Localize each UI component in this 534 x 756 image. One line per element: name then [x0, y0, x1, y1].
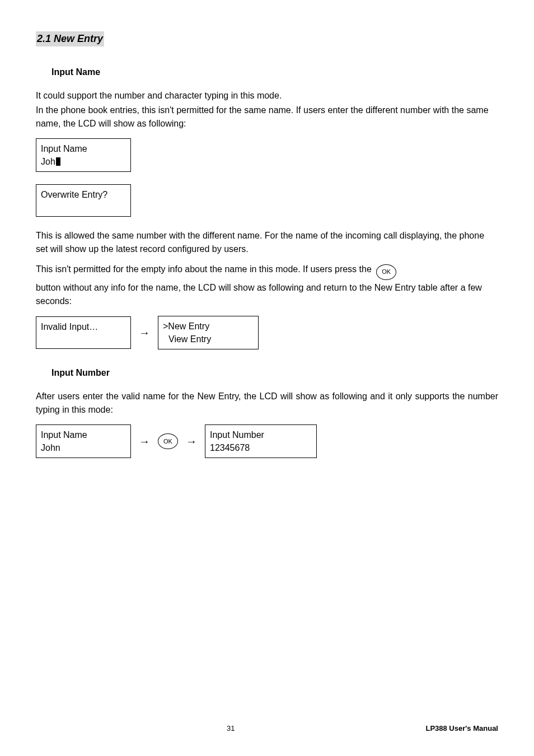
ok-button[interactable]: OK — [158, 433, 178, 449]
input-name-heading: Input Name — [51, 66, 498, 79]
ok-button-icon[interactable]: OK — [376, 264, 396, 280]
input-name-para5: button without any info for the name, th… — [36, 281, 498, 308]
text-cursor-icon — [56, 157, 60, 166]
arrow-icon: → — [139, 327, 150, 338]
lcd-menu-box: >New Entry View Entry — [158, 316, 259, 349]
input-name-para4-text: This isn't permitted for the empty info … — [36, 264, 372, 274]
lcd-input-name-john-value: John — [41, 441, 126, 454]
lcd-input-name-john-label: Input Name — [41, 430, 87, 440]
lcd-menu-view-entry: View Entry — [163, 333, 254, 346]
input-name-para2: In the phone book entries, this isn't pe… — [36, 104, 498, 130]
lcd-input-number-box: Input Number 12345678 — [205, 424, 317, 458]
lcd-overwrite-text: Overwrite Entry? — [41, 190, 107, 199]
lcd-overwrite-box: Overwrite Entry? — [36, 184, 131, 217]
input-number-para1: After users enter the valid name for the… — [36, 390, 498, 417]
invalid-input-flow: Invalid Input… → >New Entry View Entry — [36, 316, 498, 349]
lcd-input-number-value: 12345678 — [210, 441, 312, 454]
lcd-input-name-label: Input Name — [41, 144, 87, 153]
page-footer: 31 LP388 User's Manual — [36, 723, 498, 734]
lcd-input-number-label: Input Number — [210, 430, 264, 440]
input-name-para4: This isn't permitted for the empty info … — [36, 263, 498, 279]
lcd-menu-new-entry: >New Entry — [163, 321, 209, 331]
manual-title: LP388 User's Manual — [425, 723, 498, 734]
input-name-para3: This is allowed the same number with the… — [36, 229, 498, 256]
lcd-invalid-input-text: Invalid Input… — [41, 322, 98, 332]
arrow-icon: → — [186, 436, 197, 447]
input-name-para1: It could support the number and characte… — [36, 89, 498, 102]
lcd-input-name-value: Joh — [41, 157, 55, 166]
section-heading: 2.1 New Entry — [36, 31, 104, 46]
arrow-icon: → — [139, 436, 150, 447]
lcd-input-name-box: Input Name Joh — [36, 138, 131, 172]
input-number-heading: Input Number — [51, 366, 498, 380]
input-number-flow: Input Name John → OK → Input Number 1234… — [36, 424, 498, 458]
lcd-invalid-input-box: Invalid Input… — [36, 316, 131, 349]
page-number: 31 — [227, 723, 235, 734]
lcd-input-name-john-box: Input Name John — [36, 424, 131, 458]
